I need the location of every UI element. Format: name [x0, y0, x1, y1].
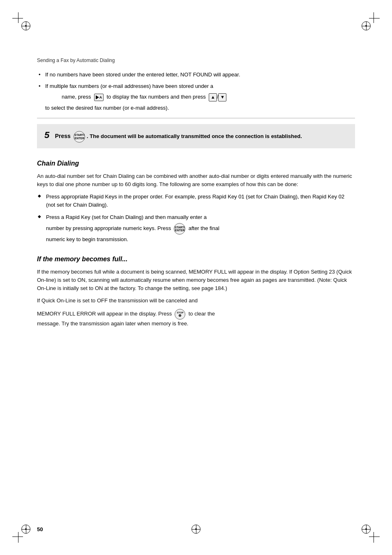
chain-bullet2-line3: numeric key to begin transmission. [46, 235, 355, 244]
step5-text: . The document will be automatically tra… [87, 133, 302, 139]
start-enter-button-icon-2: START/ENTER [174, 223, 185, 235]
reg-circle-tr [362, 21, 371, 30]
main-content: Sending a Fax by Automatic Dialing If no… [37, 58, 355, 514]
bullet-item-2: If multiple fax numbers (or e-mail addre… [37, 82, 355, 112]
chain-bullet-1: Press appropriate Rapid Keys in the prop… [37, 193, 355, 209]
memory-full-para1: If the memory becomes full while a docum… [37, 268, 355, 292]
header-title: Sending a Fax by Automatic Dialing [37, 58, 355, 63]
reg-circle-tl [21, 21, 30, 30]
bullet-item-1: If no numbers have been stored under the… [37, 71, 355, 79]
reg-circle-bl [21, 525, 30, 534]
reg-circle-br [362, 525, 371, 534]
intro-bullets: If no numbers have been stored under the… [37, 71, 355, 112]
press-label: Press [53, 133, 72, 139]
page-number: 50 [37, 526, 43, 532]
page: Sending a Fax by Automatic Dialing If no… [0, 0, 392, 555]
bullet2-last-line: to select the desired fax number (or e-m… [45, 104, 355, 112]
reg-circle-bm [191, 525, 201, 534]
chain-dialing-bullets: Press appropriate Rapid Keys in the prop… [37, 193, 355, 244]
memory-full-heading: If the memory becomes full... [37, 256, 355, 263]
down-arrow-icon: ▼ [218, 93, 226, 101]
up-arrow-icon: ▲ [209, 93, 217, 101]
chain-bullet-2: Press a Rapid Key (set for Chain Dialing… [37, 213, 355, 244]
arrow-right-icon: A [94, 94, 104, 101]
step-number: 5 [44, 130, 49, 140]
memory-full-para3: MEMORY FULL ERROR will appear in the dis… [37, 309, 355, 328]
start-enter-button-icon: START/ENTER [74, 131, 85, 143]
chain-bullet2-line2: number by pressing appropriate numeric k… [46, 223, 355, 235]
section-divider [37, 118, 355, 118]
press-inline-line: name, press A to display the fax numbers… [62, 93, 355, 101]
step5-box: 5 Press START/ENTER . The document will … [37, 124, 355, 148]
chain-dialing-heading: Chain Dialing [37, 160, 355, 167]
stop-button-icon: STOP ⊛ [175, 309, 185, 320]
memory-full-para2: If Quick On-Line is set to OFF the trans… [37, 297, 355, 305]
chain-dialing-para: An auto-dial number set for Chain Dialin… [37, 172, 355, 189]
